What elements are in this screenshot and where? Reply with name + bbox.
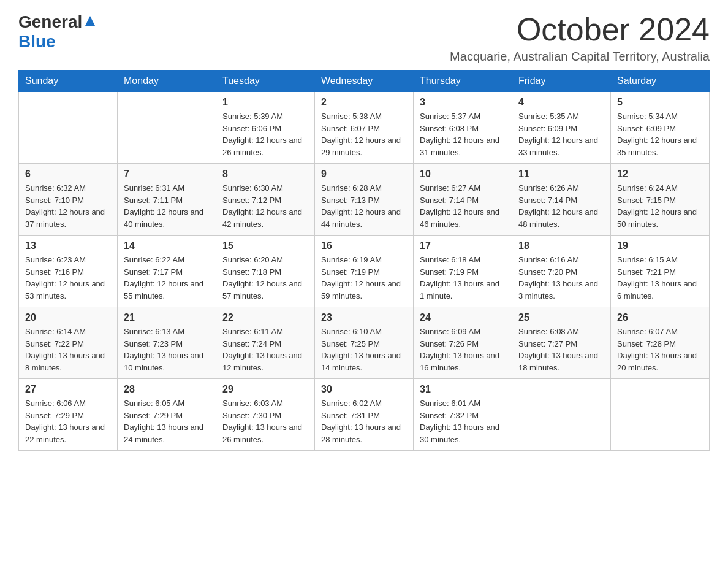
day-info: Sunrise: 6:28 AMSunset: 7:13 PMDaylight:…: [321, 182, 407, 230]
day-info: Sunrise: 6:32 AMSunset: 7:10 PMDaylight:…: [25, 182, 111, 230]
day-number: 14: [124, 240, 210, 251]
day-number: 11: [518, 169, 604, 180]
calendar-table: Sunday Monday Tuesday Wednesday Thursday…: [18, 70, 710, 451]
day-info: Sunrise: 6:31 AMSunset: 7:11 PMDaylight:…: [124, 182, 210, 230]
calendar-cell-w5-d5: 31Sunrise: 6:01 AMSunset: 7:32 PMDayligh…: [414, 379, 512, 451]
calendar-cell-w4-d4: 23Sunrise: 6:10 AMSunset: 7:25 PMDayligh…: [315, 307, 414, 379]
week-row-1: 1Sunrise: 5:39 AMSunset: 6:06 PMDaylight…: [19, 92, 710, 164]
day-info: Sunrise: 5:37 AMSunset: 6:08 PMDaylight:…: [420, 110, 506, 158]
day-info: Sunrise: 6:05 AMSunset: 7:29 PMDaylight:…: [124, 397, 210, 445]
day-number: 17: [420, 240, 506, 251]
day-number: 15: [222, 240, 308, 251]
day-number: 4: [518, 97, 604, 108]
week-row-3: 13Sunrise: 6:23 AMSunset: 7:16 PMDayligh…: [19, 236, 710, 307]
calendar-cell-w3-d4: 16Sunrise: 6:19 AMSunset: 7:19 PMDayligh…: [315, 236, 414, 307]
day-number: 23: [321, 312, 407, 323]
day-info: Sunrise: 6:16 AMSunset: 7:20 PMDaylight:…: [518, 254, 604, 302]
calendar-cell-w1-d1: [19, 92, 118, 164]
week-row-5: 27Sunrise: 6:06 AMSunset: 7:29 PMDayligh…: [19, 379, 710, 451]
day-number: 26: [617, 312, 703, 323]
calendar-cell-w3-d5: 17Sunrise: 6:18 AMSunset: 7:19 PMDayligh…: [414, 236, 512, 307]
calendar-cell-w2-d3: 8Sunrise: 6:30 AMSunset: 7:12 PMDaylight…: [216, 164, 315, 236]
header-sunday: Sunday: [19, 71, 118, 92]
day-info: Sunrise: 6:15 AMSunset: 7:21 PMDaylight:…: [617, 254, 703, 302]
logo: General Blue: [18, 12, 96, 52]
calendar-cell-w4-d6: 25Sunrise: 6:08 AMSunset: 7:27 PMDayligh…: [512, 307, 611, 379]
header-saturday: Saturday: [611, 71, 710, 92]
header-wednesday: Wednesday: [315, 71, 414, 92]
day-number: 21: [124, 312, 210, 323]
day-info: Sunrise: 5:38 AMSunset: 6:07 PMDaylight:…: [321, 110, 407, 158]
calendar-cell-w3-d1: 13Sunrise: 6:23 AMSunset: 7:16 PMDayligh…: [19, 236, 118, 307]
day-info: Sunrise: 6:09 AMSunset: 7:26 PMDaylight:…: [420, 326, 506, 373]
day-number: 31: [420, 384, 506, 395]
day-number: 25: [518, 312, 604, 323]
day-number: 29: [222, 384, 308, 395]
svg-marker-0: [85, 16, 95, 26]
calendar-cell-w1-d6: 4Sunrise: 5:35 AMSunset: 6:09 PMDaylight…: [512, 92, 611, 164]
header-tuesday: Tuesday: [216, 71, 315, 92]
day-number: 12: [617, 169, 703, 180]
day-number: 30: [321, 384, 407, 395]
day-info: Sunrise: 6:27 AMSunset: 7:14 PMDaylight:…: [420, 182, 506, 230]
calendar-cell-w1-d3: 1Sunrise: 5:39 AMSunset: 6:06 PMDaylight…: [216, 92, 315, 164]
day-number: 22: [222, 312, 308, 323]
day-number: 20: [25, 312, 111, 323]
day-info: Sunrise: 5:39 AMSunset: 6:06 PMDaylight:…: [222, 110, 308, 158]
day-info: Sunrise: 6:20 AMSunset: 7:18 PMDaylight:…: [222, 254, 308, 302]
day-info: Sunrise: 5:34 AMSunset: 6:09 PMDaylight:…: [617, 110, 703, 158]
day-info: Sunrise: 6:18 AMSunset: 7:19 PMDaylight:…: [420, 254, 506, 302]
calendar-cell-w3-d3: 15Sunrise: 6:20 AMSunset: 7:18 PMDayligh…: [216, 236, 315, 307]
calendar-cell-w2-d1: 6Sunrise: 6:32 AMSunset: 7:10 PMDaylight…: [19, 164, 118, 236]
logo-general-text: General: [18, 12, 82, 32]
day-info: Sunrise: 6:03 AMSunset: 7:30 PMDaylight:…: [222, 397, 308, 445]
header-thursday: Thursday: [414, 71, 512, 92]
day-info: Sunrise: 6:10 AMSunset: 7:25 PMDaylight:…: [321, 326, 407, 373]
day-info: Sunrise: 6:11 AMSunset: 7:24 PMDaylight:…: [222, 326, 308, 373]
day-number: 28: [124, 384, 210, 395]
day-info: Sunrise: 6:06 AMSunset: 7:29 PMDaylight:…: [25, 397, 111, 445]
calendar-cell-w5-d1: 27Sunrise: 6:06 AMSunset: 7:29 PMDayligh…: [19, 379, 118, 451]
day-number: 24: [420, 312, 506, 323]
day-info: Sunrise: 6:08 AMSunset: 7:27 PMDaylight:…: [518, 326, 604, 373]
day-number: 13: [25, 240, 111, 251]
title-section: October 2024 Macquarie, Australian Capit…: [450, 12, 710, 64]
day-info: Sunrise: 6:02 AMSunset: 7:31 PMDaylight:…: [321, 397, 407, 445]
day-number: 7: [124, 169, 210, 180]
calendar-cell-w5-d2: 28Sunrise: 6:05 AMSunset: 7:29 PMDayligh…: [118, 379, 216, 451]
logo-blue-text: Blue: [18, 32, 56, 52]
day-number: 9: [321, 169, 407, 180]
weekday-header-row: Sunday Monday Tuesday Wednesday Thursday…: [19, 71, 710, 92]
header: General Blue October 2024 Macquarie, Aus…: [18, 12, 710, 64]
calendar-cell-w4-d2: 21Sunrise: 6:13 AMSunset: 7:23 PMDayligh…: [118, 307, 216, 379]
day-info: Sunrise: 6:23 AMSunset: 7:16 PMDaylight:…: [25, 254, 111, 302]
calendar-cell-w3-d7: 19Sunrise: 6:15 AMSunset: 7:21 PMDayligh…: [611, 236, 710, 307]
header-monday: Monday: [118, 71, 216, 92]
calendar-cell-w2-d6: 11Sunrise: 6:26 AMSunset: 7:14 PMDayligh…: [512, 164, 611, 236]
calendar-cell-w3-d6: 18Sunrise: 6:16 AMSunset: 7:20 PMDayligh…: [512, 236, 611, 307]
day-info: Sunrise: 6:19 AMSunset: 7:19 PMDaylight:…: [321, 254, 407, 302]
calendar-cell-w1-d7: 5Sunrise: 5:34 AMSunset: 6:09 PMDaylight…: [611, 92, 710, 164]
calendar-cell-w2-d4: 9Sunrise: 6:28 AMSunset: 7:13 PMDaylight…: [315, 164, 414, 236]
month-title: October 2024: [450, 12, 710, 47]
calendar-cell-w5-d4: 30Sunrise: 6:02 AMSunset: 7:31 PMDayligh…: [315, 379, 414, 451]
calendar-cell-w1-d4: 2Sunrise: 5:38 AMSunset: 6:07 PMDaylight…: [315, 92, 414, 164]
day-number: 18: [518, 240, 604, 251]
calendar-cell-w4-d5: 24Sunrise: 6:09 AMSunset: 7:26 PMDayligh…: [414, 307, 512, 379]
day-info: Sunrise: 6:24 AMSunset: 7:15 PMDaylight:…: [617, 182, 703, 230]
day-info: Sunrise: 6:01 AMSunset: 7:32 PMDaylight:…: [420, 397, 506, 445]
logo-triangle-icon: [84, 15, 96, 27]
day-info: Sunrise: 6:26 AMSunset: 7:14 PMDaylight:…: [518, 182, 604, 230]
calendar-cell-w2-d2: 7Sunrise: 6:31 AMSunset: 7:11 PMDaylight…: [118, 164, 216, 236]
week-row-4: 20Sunrise: 6:14 AMSunset: 7:22 PMDayligh…: [19, 307, 710, 379]
calendar-cell-w4-d1: 20Sunrise: 6:14 AMSunset: 7:22 PMDayligh…: [19, 307, 118, 379]
calendar-cell-w3-d2: 14Sunrise: 6:22 AMSunset: 7:17 PMDayligh…: [118, 236, 216, 307]
day-info: Sunrise: 6:22 AMSunset: 7:17 PMDaylight:…: [124, 254, 210, 302]
day-info: Sunrise: 6:14 AMSunset: 7:22 PMDaylight:…: [25, 326, 111, 373]
day-number: 5: [617, 97, 703, 108]
calendar-cell-w5-d6: [512, 379, 611, 451]
day-info: Sunrise: 5:35 AMSunset: 6:09 PMDaylight:…: [518, 110, 604, 158]
day-number: 1: [222, 97, 308, 108]
day-number: 3: [420, 97, 506, 108]
day-number: 8: [222, 169, 308, 180]
